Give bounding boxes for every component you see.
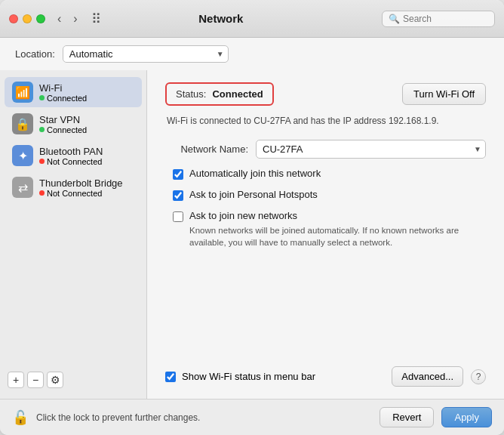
add-network-button[interactable]: + [8, 372, 24, 388]
search-box: 🔍 [382, 11, 495, 27]
location-label: Location: [15, 48, 55, 60]
sidebar: 📶 Wi-Fi Connected 🔒 Star VPN [0, 70, 147, 399]
main-area: 📶 Wi-Fi Connected 🔒 Star VPN [0, 70, 504, 399]
detail-panel: Status: Connected Turn Wi-Fi Off Wi-Fi i… [147, 70, 504, 399]
window: ‹ › ⠿ Network 🔍 Location: Automatic Edit… [0, 0, 504, 435]
wifi-icon: 📶 [12, 82, 33, 103]
network-name-label: Network Name: [165, 143, 248, 155]
bluetooth-name: Bluetooth PAN [39, 146, 103, 157]
new-networks-label: Ask to join new networks [189, 210, 297, 221]
fullscreen-button[interactable] [36, 14, 45, 23]
sidebar-item-bluetooth-pan[interactable]: ✦ Bluetooth PAN Not Connected [5, 140, 142, 171]
location-select-wrap: Automatic Edit Locations... ▼ [63, 45, 229, 63]
sidebar-item-wifi[interactable]: 📶 Wi-Fi Connected [5, 77, 142, 107]
bluetooth-status: Not Connected [39, 157, 103, 166]
wifi-status-dot [39, 95, 45, 100]
lock-icon: 🔓 [12, 409, 29, 426]
status-box: Status: Connected [165, 82, 274, 106]
revert-button[interactable]: Revert [380, 407, 434, 427]
auto-join-row: Automatically join this network [165, 168, 486, 180]
new-networks-section: Ask to join new networks Known networks … [165, 210, 486, 248]
show-wifi-label: Show Wi-Fi status in menu bar [182, 371, 315, 382]
personal-hotspot-label: Ask to join Personal Hotspots [189, 189, 318, 200]
window-footer: 🔓 Click the lock to prevent further chan… [0, 399, 504, 435]
vpn-status: Connected [39, 125, 87, 134]
auto-join-checkbox[interactable] [173, 169, 183, 180]
vpn-info: Star VPN Connected [39, 114, 87, 134]
show-wifi-row: Show Wi-Fi status in menu bar [165, 371, 315, 382]
search-icon: 🔍 [389, 14, 400, 24]
network-name-row: Network Name: CU-27FA Other... ▼ [165, 140, 486, 159]
status-label: Status: [176, 88, 206, 100]
personal-hotspot-row: Ask to join Personal Hotspots [165, 189, 486, 201]
titlebar: ‹ › ⠿ Network 🔍 [0, 0, 504, 38]
show-wifi-checkbox[interactable] [165, 372, 176, 382]
search-input[interactable] [403, 14, 488, 24]
new-networks-sublabel: Known networks will be joined automatica… [173, 224, 486, 248]
bluetooth-status-dot [39, 159, 45, 164]
traffic-lights [9, 14, 45, 23]
bridge-info: Thunderbolt Bridge Not Connected [39, 177, 123, 198]
bluetooth-icon: ✦ [12, 145, 33, 166]
status-row: Status: Connected Turn Wi-Fi Off [165, 82, 486, 106]
network-action-button[interactable]: ⚙ [47, 372, 63, 388]
vpn-icon: 🔒 [12, 113, 33, 134]
location-select[interactable]: Automatic Edit Locations... [63, 45, 229, 63]
personal-hotspot-checkbox[interactable] [173, 190, 183, 201]
sidebar-item-thunderbolt-bridge[interactable]: ⇄ Thunderbolt Bridge Not Connected [5, 172, 142, 202]
wifi-status: Connected [39, 94, 87, 103]
lock-label: Click the lock to prevent further change… [36, 412, 372, 423]
help-button[interactable]: ? [471, 369, 486, 384]
description-text: Wi-Fi is connected to CU-27FA and has th… [167, 115, 486, 128]
close-button[interactable] [9, 14, 18, 23]
advanced-button[interactable]: Advanced... [392, 366, 463, 387]
sidebar-item-star-vpn[interactable]: 🔒 Star VPN Connected [5, 109, 142, 139]
turn-wifi-off-button[interactable]: Turn Wi-Fi Off [402, 83, 486, 105]
bridge-status-dot [39, 190, 45, 196]
wifi-info: Wi-Fi Connected [39, 82, 87, 103]
bridge-name: Thunderbolt Bridge [39, 177, 123, 189]
status-value: Connected [212, 88, 263, 100]
bridge-icon: ⇄ [12, 177, 33, 198]
back-button[interactable]: ‹ [54, 11, 64, 27]
vpn-status-dot [39, 127, 45, 132]
network-name-select[interactable]: CU-27FA Other... [256, 140, 486, 159]
remove-network-button[interactable]: − [27, 372, 44, 388]
auto-join-label: Automatically join this network [189, 168, 321, 179]
network-name-select-wrap: CU-27FA Other... ▼ [256, 140, 486, 159]
new-networks-row: Ask to join new networks [173, 210, 486, 222]
apply-button[interactable]: Apply [441, 407, 492, 427]
sidebar-footer: + − ⚙ [0, 366, 146, 393]
bluetooth-info: Bluetooth PAN Not Connected [39, 146, 103, 166]
bottom-bar: Show Wi-Fi status in menu bar Advanced..… [165, 366, 486, 387]
window-title: Network [66, 12, 376, 25]
vpn-name: Star VPN [39, 114, 87, 125]
content: Location: Automatic Edit Locations... ▼ … [0, 38, 504, 399]
location-bar: Location: Automatic Edit Locations... ▼ [0, 38, 504, 70]
minimize-button[interactable] [23, 14, 32, 23]
bridge-status: Not Connected [39, 189, 123, 198]
new-networks-checkbox[interactable] [173, 211, 183, 222]
wifi-name: Wi-Fi [39, 82, 87, 94]
